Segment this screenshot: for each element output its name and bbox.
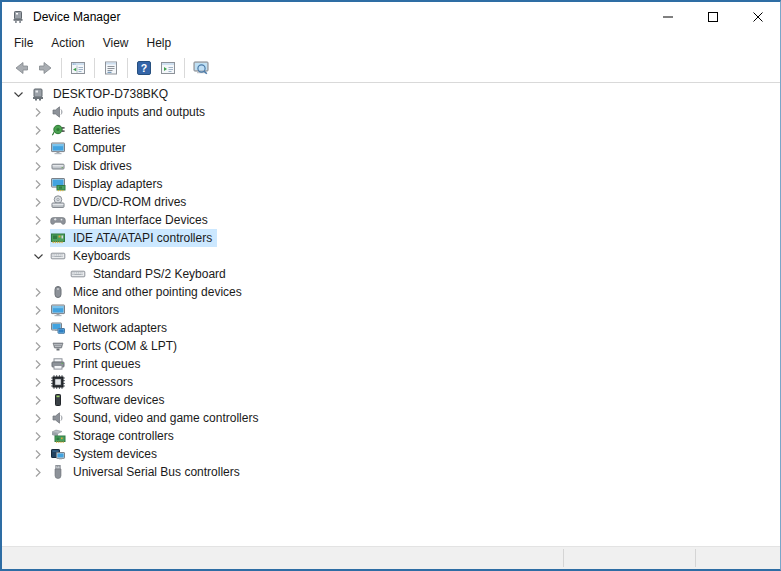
tree-item[interactable]: Universal Serial Bus controllers	[2, 463, 780, 481]
tree-item[interactable]: Audio inputs and outputs	[2, 103, 780, 121]
tree-item-label: DVD/CD-ROM drives	[71, 193, 188, 211]
title-bar: Device Manager	[2, 2, 780, 32]
tree-item[interactable]: IDE ATA/ATAPI controllers	[2, 229, 780, 247]
status-bar	[2, 546, 780, 569]
arrow-left-icon	[13, 60, 30, 76]
chevron-right-icon[interactable]	[30, 158, 50, 174]
tree-item-content[interactable]: Disk drives	[50, 157, 137, 175]
chevron-right-icon[interactable]	[30, 140, 50, 156]
chevron-right-icon[interactable]	[30, 284, 50, 300]
chevron-right-icon[interactable]	[30, 104, 50, 120]
minimize-icon	[663, 12, 673, 22]
show-action-pane-button[interactable]	[156, 56, 180, 80]
chevron-right-icon[interactable]	[30, 212, 50, 228]
tree-item-content[interactable]: Batteries	[50, 121, 125, 139]
tree-item-content[interactable]: Human Interface Devices	[50, 211, 213, 229]
tree-item[interactable]: System devices	[2, 445, 780, 463]
tree-item[interactable]: Ports (COM & LPT)	[2, 337, 780, 355]
dvd-drive-icon	[50, 194, 66, 210]
tree-item[interactable]: Sound, video and game controllers	[2, 409, 780, 427]
tree-item-content[interactable]: Audio inputs and outputs	[50, 103, 210, 121]
tree-item-label: Batteries	[71, 121, 122, 139]
tree-item-content[interactable]: Monitors	[50, 301, 124, 319]
tree-item[interactable]: Standard PS/2 Keyboard	[2, 265, 780, 283]
tree-item[interactable]: Software devices	[2, 391, 780, 409]
status-pane-main	[2, 547, 563, 569]
tree-item-content[interactable]: Computer	[50, 139, 131, 157]
maximize-button[interactable]	[690, 2, 735, 32]
tree-item-label: Audio inputs and outputs	[71, 103, 207, 121]
chevron-right-icon[interactable]	[30, 410, 50, 426]
close-button[interactable]	[735, 2, 780, 32]
tree-item-content[interactable]: Storage controllers	[50, 427, 179, 445]
tree-item-label: Computer	[71, 139, 128, 157]
close-icon	[753, 12, 763, 22]
tree-item-content[interactable]: Standard PS/2 Keyboard	[70, 265, 231, 283]
chevron-right-icon[interactable]	[30, 194, 50, 210]
tree-item-content[interactable]: Processors	[50, 373, 138, 391]
tree-item-content[interactable]: DVD/CD-ROM drives	[50, 193, 191, 211]
chevron-right-icon[interactable]	[30, 374, 50, 390]
tree-item-content[interactable]: DESKTOP-D738BKQ	[30, 85, 173, 103]
tree-item-content[interactable]: Software devices	[50, 391, 169, 409]
chevron-right-icon[interactable]	[30, 320, 50, 336]
gamepad-icon	[50, 212, 66, 228]
tree-item[interactable]: Computer	[2, 139, 780, 157]
chevron-down-icon[interactable]	[10, 86, 30, 102]
tree-item[interactable]: Human Interface Devices	[2, 211, 780, 229]
tree-item-content[interactable]: Ports (COM & LPT)	[50, 337, 182, 355]
tree-item-content[interactable]: Print queues	[50, 355, 145, 373]
tree-item[interactable]: Monitors	[2, 301, 780, 319]
tree-item-content[interactable]: Sound, video and game controllers	[50, 409, 263, 427]
printer-icon	[50, 356, 66, 372]
chevron-right-icon[interactable]	[30, 392, 50, 408]
tree-item[interactable]: Processors	[2, 373, 780, 391]
chevron-right-icon[interactable]	[30, 428, 50, 444]
serial-port-icon	[50, 338, 66, 354]
scan-for-hardware-changes-button[interactable]	[189, 56, 213, 80]
tree-item[interactable]: Keyboards	[2, 247, 780, 265]
toolbar-separator	[94, 58, 95, 78]
menu-action[interactable]: Action	[42, 33, 93, 53]
tree-item-content-selected[interactable]: IDE ATA/ATAPI controllers	[50, 229, 217, 247]
properties-button[interactable]	[99, 56, 123, 80]
tree-item[interactable]: Network adapters	[2, 319, 780, 337]
tree-item[interactable]: Display adapters	[2, 175, 780, 193]
tree-item[interactable]: DVD/CD-ROM drives	[2, 193, 780, 211]
back-button[interactable]	[9, 56, 33, 80]
tree-item-content[interactable]: Display adapters	[50, 175, 167, 193]
tree-item-content[interactable]: Universal Serial Bus controllers	[50, 463, 245, 481]
toolbar-separator	[184, 58, 185, 78]
menu-view[interactable]: View	[94, 33, 138, 53]
menu-file[interactable]: File	[5, 33, 42, 53]
chevron-right-icon[interactable]	[30, 338, 50, 354]
minimize-button[interactable]	[645, 2, 690, 32]
chevron-right-icon[interactable]	[30, 356, 50, 372]
chevron-right-icon[interactable]	[30, 464, 50, 480]
chevron-right-icon[interactable]	[30, 230, 50, 246]
tree-item-content[interactable]: Network adapters	[50, 319, 172, 337]
tree-item-content[interactable]: Mice and other pointing devices	[50, 283, 247, 301]
chevron-right-icon[interactable]	[30, 302, 50, 318]
tree-item[interactable]: Disk drives	[2, 157, 780, 175]
tree-item-label: DESKTOP-D738BKQ	[51, 85, 170, 103]
chevron-right-icon[interactable]	[30, 176, 50, 192]
menu-help[interactable]: Help	[138, 33, 181, 53]
tree-item[interactable]: Batteries	[2, 121, 780, 139]
tree-item[interactable]: Print queues	[2, 355, 780, 373]
tree-item[interactable]: Mice and other pointing devices	[2, 283, 780, 301]
tree-item[interactable]: DESKTOP-D738BKQ	[2, 85, 780, 103]
tree-item[interactable]: Storage controllers	[2, 427, 780, 445]
chevron-down-icon[interactable]	[30, 248, 50, 264]
display-adapter-icon	[50, 176, 66, 192]
tree-item-content[interactable]: System devices	[50, 445, 162, 463]
help-button[interactable]: ?	[132, 56, 156, 80]
device-manager-window: Device Manager File Action View Help ? D…	[0, 0, 781, 571]
forward-button[interactable]	[33, 56, 57, 80]
tree-item-content[interactable]: Keyboards	[50, 247, 135, 265]
chevron-right-icon[interactable]	[30, 122, 50, 138]
window-controls	[645, 2, 780, 32]
show-console-tree-button[interactable]	[66, 56, 90, 80]
chevron-right-icon[interactable]	[30, 446, 50, 462]
toolbar: ?	[2, 54, 780, 83]
